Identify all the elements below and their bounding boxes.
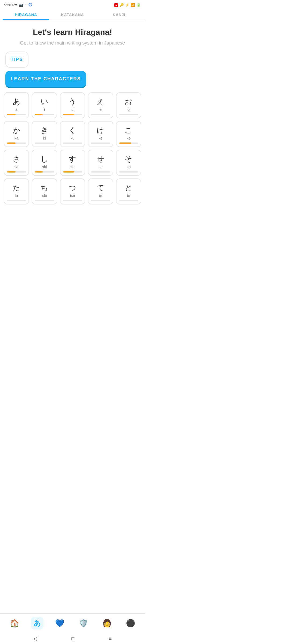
progress-bar-bg bbox=[35, 200, 54, 201]
char-kana: く bbox=[62, 125, 83, 136]
char-card-ki[interactable]: きki bbox=[32, 121, 57, 147]
char-roman: ku bbox=[62, 136, 83, 140]
key-icon: 🔑 bbox=[119, 3, 124, 7]
char-kana: け bbox=[90, 125, 111, 136]
page-subtitle: Get to know the main writing system in J… bbox=[8, 39, 137, 47]
battery-icon: 🔋 bbox=[136, 3, 141, 7]
char-card-i[interactable]: いi bbox=[32, 92, 57, 118]
bluetooth-icon: ⚡ bbox=[125, 3, 129, 7]
char-kana: こ bbox=[118, 125, 139, 136]
progress-bar-bg bbox=[119, 142, 138, 144]
progress-bar-bg bbox=[63, 200, 82, 201]
g-icon: G bbox=[28, 2, 32, 8]
char-roman: ko bbox=[118, 136, 139, 140]
char-card-se[interactable]: せse bbox=[88, 150, 113, 176]
char-kana: そ bbox=[118, 154, 139, 164]
char-card-to[interactable]: とto bbox=[116, 178, 141, 204]
char-card-ka[interactable]: かka bbox=[4, 121, 29, 147]
char-card-a[interactable]: あa bbox=[4, 92, 29, 118]
char-kana: す bbox=[62, 154, 83, 164]
char-roman: ta bbox=[6, 193, 27, 198]
char-card-e[interactable]: えe bbox=[88, 92, 113, 118]
char-kana: ち bbox=[34, 183, 55, 193]
wifi-icon: 📶 bbox=[131, 3, 135, 7]
char-kana: か bbox=[6, 125, 27, 136]
progress-bar-bg bbox=[91, 114, 110, 115]
char-kana: と bbox=[118, 183, 139, 193]
progress-bar-fill bbox=[63, 171, 74, 173]
char-card-te[interactable]: てte bbox=[88, 178, 113, 204]
char-card-shi[interactable]: しshi bbox=[32, 150, 57, 176]
char-roman: ke bbox=[90, 136, 111, 140]
char-card-ke[interactable]: けke bbox=[88, 121, 113, 147]
char-kana: お bbox=[118, 97, 139, 107]
progress-bar-fill bbox=[7, 142, 16, 144]
progress-bar-fill bbox=[7, 114, 16, 115]
progress-bar-fill bbox=[7, 171, 16, 173]
progress-bar-fill bbox=[35, 171, 42, 173]
char-roman: e bbox=[90, 107, 111, 112]
status-right: ● 🔑 ⚡ 📶 🔋 bbox=[114, 3, 141, 7]
char-card-chi[interactable]: ちchi bbox=[32, 178, 57, 204]
progress-bar-fill bbox=[119, 142, 132, 144]
tab-hiragana[interactable]: HIRAGANA bbox=[3, 9, 49, 20]
progress-bar-bg bbox=[7, 200, 26, 201]
status-left: 9:56 PM 📷 ↕ G bbox=[4, 2, 32, 8]
progress-bar-bg bbox=[7, 114, 26, 115]
char-roman: se bbox=[90, 165, 111, 169]
char-roman: shi bbox=[34, 165, 55, 169]
char-roman: tsu bbox=[62, 193, 83, 198]
char-roman: su bbox=[62, 165, 83, 169]
char-kana: う bbox=[62, 97, 83, 107]
char-card-ko[interactable]: こko bbox=[116, 121, 141, 147]
progress-bar-bg bbox=[35, 171, 54, 173]
progress-bar-bg bbox=[63, 171, 82, 173]
progress-bar-bg bbox=[35, 142, 54, 144]
learn-characters-button[interactable]: LEARN THE CHARACTERS bbox=[5, 71, 86, 87]
char-roman: a bbox=[6, 107, 27, 112]
char-card-o[interactable]: おo bbox=[116, 92, 141, 118]
char-card-ku[interactable]: くku bbox=[60, 121, 85, 147]
progress-bar-bg bbox=[91, 142, 110, 144]
char-kana: き bbox=[34, 125, 55, 136]
char-roman: to bbox=[118, 193, 139, 198]
character-grid: あaいiうuえeおoかkaきkiくkuけkeこkoさsaしshiすsuせseそs… bbox=[0, 92, 145, 208]
char-card-tsu[interactable]: つtsu bbox=[60, 178, 85, 204]
progress-bar-bg bbox=[119, 114, 138, 115]
status-bar: 9:56 PM 📷 ↕ G ● 🔑 ⚡ 📶 🔋 bbox=[0, 0, 145, 9]
tab-katakana[interactable]: KATAKANA bbox=[49, 9, 96, 20]
status-time: 9:56 PM bbox=[4, 3, 17, 7]
char-kana: し bbox=[34, 154, 55, 164]
rec-icon: ● bbox=[114, 3, 118, 7]
progress-bar-bg bbox=[119, 171, 138, 173]
char-roman: te bbox=[90, 193, 111, 198]
char-roman: o bbox=[118, 107, 139, 112]
char-card-so[interactable]: そso bbox=[116, 150, 141, 176]
tab-kanji[interactable]: KANJI bbox=[96, 9, 142, 20]
char-roman: so bbox=[118, 165, 139, 169]
char-kana: え bbox=[90, 97, 111, 107]
char-roman: u bbox=[62, 107, 83, 112]
progress-bar-bg bbox=[91, 200, 110, 201]
progress-bar-bg bbox=[7, 171, 26, 173]
char-roman: ka bbox=[6, 136, 27, 140]
char-roman: sa bbox=[6, 165, 27, 169]
char-card-u[interactable]: うu bbox=[60, 92, 85, 118]
video-icon: 📷 bbox=[19, 3, 23, 7]
char-kana: さ bbox=[6, 154, 27, 164]
sync-icon: ↕ bbox=[25, 3, 27, 7]
tips-button[interactable]: TIPS bbox=[5, 52, 28, 68]
progress-bar-bg bbox=[91, 171, 110, 173]
char-roman: ki bbox=[34, 136, 55, 140]
char-card-sa[interactable]: さsa bbox=[4, 150, 29, 176]
progress-bar-bg bbox=[35, 114, 54, 115]
char-kana: あ bbox=[6, 97, 27, 107]
char-kana: い bbox=[34, 97, 55, 107]
char-card-su[interactable]: すsu bbox=[60, 150, 85, 176]
page-title: Let's learn Hiragana! bbox=[8, 28, 137, 37]
char-kana: て bbox=[90, 183, 111, 193]
char-roman: chi bbox=[34, 193, 55, 198]
char-roman: i bbox=[34, 107, 55, 112]
progress-bar-fill bbox=[63, 114, 74, 115]
char-card-ta[interactable]: たta bbox=[4, 178, 29, 204]
